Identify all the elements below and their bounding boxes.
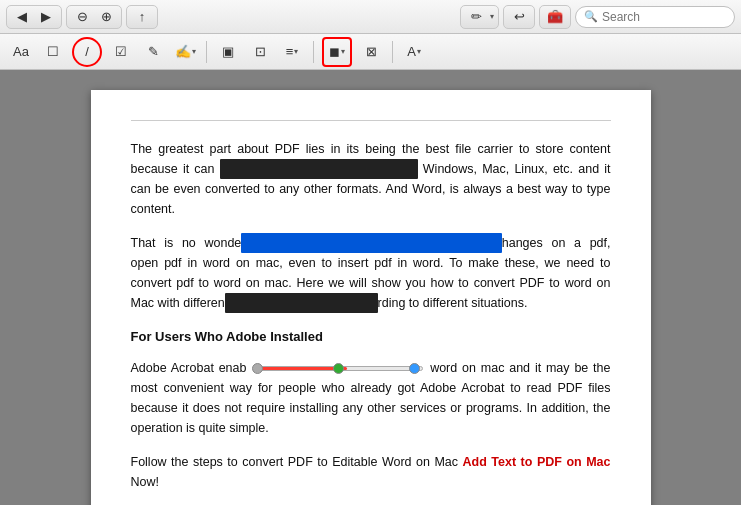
crop-tool-button[interactable]: ⊠ (358, 39, 384, 65)
share-group: ↑ (126, 5, 158, 29)
para4-link[interactable]: Add Text to PDF on Mac (463, 455, 611, 469)
section-heading: For Users Who Adobe Installed (131, 327, 611, 348)
text-tool-button[interactable]: Aa (8, 39, 34, 65)
form-label: ≡ (286, 44, 294, 59)
measure-tool-button[interactable]: ⊡ (247, 39, 273, 65)
toolbar-separator-3 (392, 41, 393, 63)
nav-forward-button[interactable]: ▶ (35, 7, 57, 27)
paragraph-3: Adobe Acrobat enab word on mac and it ma… (131, 358, 611, 438)
pen-tool-button[interactable]: / (72, 37, 102, 67)
search-bar[interactable]: 🔍 (575, 6, 735, 28)
paragraph-2: That is no wonde hanges on a pdf, open p… (131, 233, 611, 313)
rect-label: ◼ (329, 44, 340, 59)
signature-tool-button[interactable]: ✍ ▾ (172, 39, 198, 65)
signature-label: ✍ (175, 44, 191, 59)
pdf-page: The greatest part about PDF lies in its … (91, 90, 651, 505)
search-input[interactable] (602, 10, 722, 24)
page-divider (131, 120, 611, 121)
rect-caret-icon: ▾ (341, 47, 345, 56)
para2a-text: That is no wonde (131, 236, 242, 250)
form-tool-button[interactable]: ≡ ▾ (279, 39, 305, 65)
toolbar-separator-2 (313, 41, 314, 63)
annotate-caret-icon: ▾ (490, 12, 494, 21)
tools-group: 🧰 (539, 5, 571, 29)
zoom-in-button[interactable]: ⊕ (95, 7, 117, 27)
para1-redacted (220, 159, 418, 179)
toolbar-separator-1 (206, 41, 207, 63)
edit-tool-button[interactable]: ✎ (140, 39, 166, 65)
share-button[interactable]: ↑ (131, 7, 153, 27)
inline-slider[interactable] (253, 361, 423, 377)
toolbar-top: ◀ ▶ ⊖ ⊕ ↑ ✏ ▾ ↩ 🧰 🔍 (0, 0, 741, 34)
slider-track (253, 366, 423, 371)
signature-caret-icon: ▾ (192, 47, 196, 56)
slider-dot-right (409, 363, 420, 374)
annotate-group: ✏ ▾ (460, 5, 499, 29)
page-container[interactable]: The greatest part about PDF lies in its … (0, 70, 741, 505)
para2c-text: rding to different situations. (378, 296, 528, 310)
box-tool-button[interactable]: ☐ (40, 39, 66, 65)
main-area: The greatest part about PDF lies in its … (0, 70, 741, 505)
action-button[interactable]: ↩ (508, 7, 530, 27)
stamp-tool-button[interactable]: ☑ (108, 39, 134, 65)
para4b-text: Now! (131, 475, 159, 489)
font-label: A (407, 44, 416, 59)
zoom-out-button[interactable]: ⊖ (71, 7, 93, 27)
nav-group: ◀ ▶ (6, 5, 62, 29)
paragraph-1: The greatest part about PDF lies in its … (131, 139, 611, 219)
font-caret-icon: ▾ (417, 47, 421, 56)
para3a-text: Adobe Acrobat enab (131, 361, 247, 375)
slider-dot-left (252, 363, 263, 374)
redact-tool-button[interactable]: ▣ (215, 39, 241, 65)
para4a-text: Follow the steps to convert PDF to Edita… (131, 455, 463, 469)
tools-button[interactable]: 🧰 (544, 7, 566, 27)
paragraph-4: Follow the steps to convert PDF to Edita… (131, 452, 611, 492)
font-tool-button[interactable]: A ▾ (401, 39, 427, 65)
annotate-button[interactable]: ✏ (465, 7, 487, 27)
slider-dot-mid (333, 363, 344, 374)
zoom-group: ⊖ ⊕ (66, 5, 122, 29)
para2-redacted-dark (225, 293, 378, 313)
para2-redacted-blue (241, 233, 501, 253)
form-caret-icon: ▾ (294, 47, 298, 56)
search-icon: 🔍 (584, 10, 598, 23)
action-group: ↩ (503, 5, 535, 29)
nav-back-button[interactable]: ◀ (11, 7, 33, 27)
toolbar-second: Aa ☐ / ☑ ✎ ✍ ▾ ▣ ⊡ ≡ ▾ ◼ ▾ ⊠ A ▾ (0, 34, 741, 70)
rect-tool-button[interactable]: ◼ ▾ (322, 37, 352, 67)
